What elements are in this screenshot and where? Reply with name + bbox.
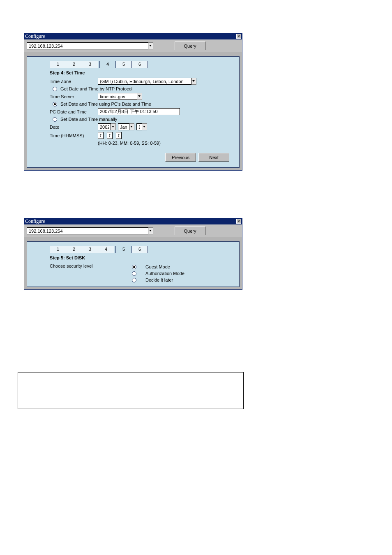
time-hint: (HH: 0-23, MM: 0-59, SS: 0-59)	[98, 141, 229, 146]
label-timezone: Time Zone	[50, 79, 98, 84]
wizard-area: 1 2 3 4 5 6 Step 5: Set DISK Choose secu…	[27, 241, 240, 287]
step-title-divider	[86, 73, 229, 73]
radio-manual-row: Set Date and Time manually	[50, 117, 229, 122]
query-button[interactable]: Query	[175, 42, 205, 50]
titlebar: Configure ×	[24, 33, 242, 39]
radio-ntp-label: Get Date and Time by NTP Protocol	[60, 86, 132, 91]
window-title: Configure	[25, 218, 45, 224]
ip-address-input[interactable]	[27, 42, 148, 49]
empty-frame	[18, 372, 244, 409]
step-title: Step 5: Set DISK	[50, 255, 85, 260]
close-icon[interactable]: ×	[236, 219, 241, 224]
label-timeserver: Time Server	[50, 94, 98, 99]
radio-later[interactable]	[132, 278, 136, 282]
chevron-down-icon[interactable]	[142, 123, 147, 130]
time-mm-input[interactable]	[107, 132, 113, 139]
row-time: Time (HHMMSS)	[50, 132, 229, 139]
ip-dropdown-icon[interactable]	[148, 42, 153, 49]
opt-auth-row: Authorization Mode	[132, 271, 229, 276]
nav-buttons: Previous Next	[27, 153, 229, 162]
security-row: Choose security level Guest Mode Authori…	[50, 263, 229, 284]
toolbar: Query	[24, 224, 242, 237]
label-time: Time (HHMMSS)	[50, 133, 98, 138]
step5-content: Choose security level Guest Mode Authori…	[50, 263, 229, 284]
tab-4[interactable]: 4	[98, 246, 114, 253]
configure-window-1: Configure × Query 1 2 3 4 5 6 Step 4: Se…	[24, 33, 242, 171]
tab-6[interactable]: 6	[131, 61, 148, 68]
ip-dropdown-icon[interactable]	[148, 227, 153, 234]
pcdatetime-field[interactable]	[98, 108, 180, 115]
step4-content: Time Zone Get Date and Time by NTP Proto…	[50, 78, 229, 146]
next-button[interactable]: Next	[198, 153, 229, 162]
label-date: Date	[50, 125, 98, 130]
radio-ntp[interactable]	[53, 87, 57, 91]
security-options: Guest Mode Authorization Mode Decide it …	[132, 263, 229, 284]
wizard-area: 1 2 3 4 5 6 Step 4: Set Time Time Zone G…	[27, 56, 240, 168]
radio-manual[interactable]	[53, 117, 57, 122]
tab-2[interactable]: 2	[66, 246, 82, 253]
radio-manual-label: Set Date and Time manually	[60, 117, 117, 122]
chevron-down-icon[interactable]	[129, 123, 134, 130]
row-date: Date	[50, 123, 229, 130]
tab-5[interactable]: 5	[115, 61, 132, 68]
window-title: Configure	[25, 33, 45, 39]
time-boxes	[98, 132, 122, 139]
tab-3[interactable]: 3	[82, 61, 98, 68]
row-timezone: Time Zone	[50, 78, 229, 85]
row-timeserver: Time Server	[50, 93, 229, 100]
label-pcdatetime: PC Date and Time	[50, 109, 98, 114]
date-month-select[interactable]	[118, 123, 129, 130]
radio-auth[interactable]	[132, 271, 136, 276]
step-title-row: Step 5: Set DISK	[50, 255, 239, 260]
tabbar: 1 2 3 4 5 6	[50, 246, 239, 253]
date-year-select[interactable]	[98, 123, 111, 130]
query-button[interactable]: Query	[175, 227, 205, 235]
step-title: Step 4: Set Time	[50, 70, 85, 75]
radio-guest[interactable]	[132, 265, 136, 269]
label-security: Choose security level	[50, 263, 132, 284]
date-day-select[interactable]	[136, 123, 142, 130]
radio-pc-label: Set Date and Time using PC's Date and Ti…	[60, 102, 151, 106]
chevron-down-icon[interactable]	[191, 78, 196, 85]
tab-1[interactable]: 1	[50, 246, 66, 253]
tab-5[interactable]: 5	[115, 246, 132, 253]
radio-pc-row: Set Date and Time using PC's Date and Ti…	[50, 102, 229, 106]
tab-6[interactable]: 6	[131, 246, 148, 253]
step-title-row: Step 4: Set Time	[50, 70, 239, 75]
close-icon[interactable]: ×	[236, 34, 241, 39]
row-pcdatetime: PC Date and Time	[50, 108, 229, 115]
opt-later-row: Decide it later	[132, 278, 229, 282]
label-auth: Authorization Mode	[145, 271, 184, 276]
ip-address-input[interactable]	[27, 227, 148, 234]
chevron-down-icon[interactable]	[111, 123, 116, 130]
tab-3[interactable]: 3	[82, 246, 98, 253]
previous-button[interactable]: Previous	[165, 153, 196, 162]
timeserver-select[interactable]	[98, 93, 137, 100]
radio-pc[interactable]	[53, 102, 57, 106]
radio-ntp-row: Get Date and Time by NTP Protocol	[50, 86, 229, 91]
label-guest: Guest Mode	[145, 264, 170, 269]
tab-1[interactable]: 1	[50, 61, 66, 68]
tab-2[interactable]: 2	[66, 61, 82, 68]
time-hh-input[interactable]	[98, 132, 104, 139]
label-later: Decide it later	[145, 278, 173, 282]
tabbar: 1 2 3 4 5 6	[50, 61, 239, 68]
configure-window-2: Configure × Query 1 2 3 4 5 6 Step 5: Se…	[24, 218, 242, 290]
tab-4[interactable]: 4	[99, 61, 116, 68]
step-title-divider	[87, 258, 229, 258]
timezone-select[interactable]	[98, 78, 191, 85]
toolbar: Query	[24, 39, 242, 52]
opt-guest-row: Guest Mode	[132, 264, 229, 269]
chevron-down-icon[interactable]	[137, 93, 142, 100]
time-ss-input[interactable]	[116, 132, 122, 139]
titlebar: Configure ×	[24, 218, 242, 224]
